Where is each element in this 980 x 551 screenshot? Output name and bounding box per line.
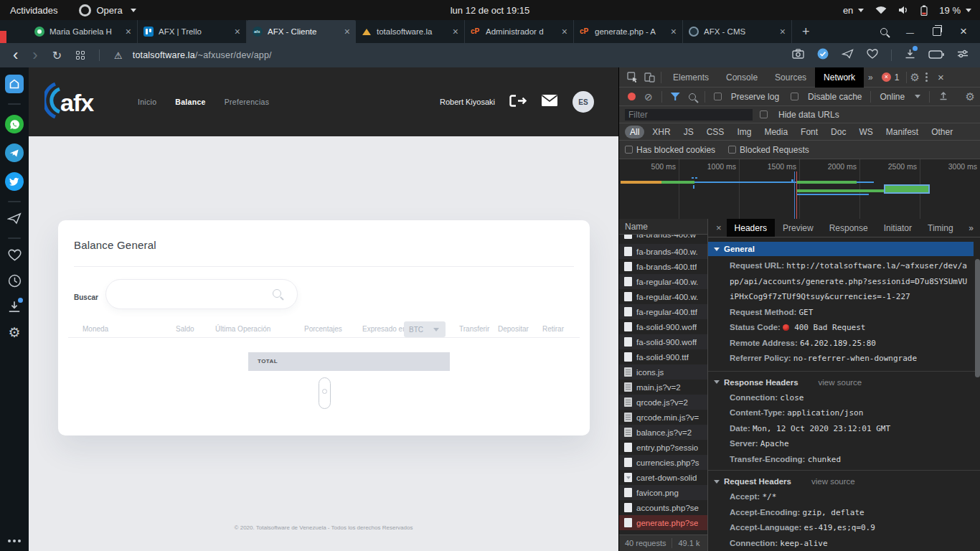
details-more-tabs-icon[interactable]: » [969,223,980,233]
network-search-icon[interactable] [689,93,696,100]
browser-tab[interactable]: totalsoftware.la [356,20,465,43]
tab-close-icon[interactable] [453,27,458,37]
type-filter-pill[interactable]: Media [759,126,793,138]
request-row[interactable]: qrcode.js?v=2 [619,395,707,410]
hide-data-urls-checkbox[interactable] [760,110,768,118]
has-blocked-cookies-checkbox[interactable] [625,146,633,154]
disable-cache-checkbox[interactable] [791,93,798,100]
volume-icon[interactable] [898,6,909,14]
devtools-tab[interactable]: Console [717,67,766,88]
request-row[interactable]: fa-regular-400.w. [619,274,707,289]
avatar[interactable]: ES [573,91,594,113]
type-filter-pill[interactable]: Other [926,126,958,138]
devtools-settings-icon[interactable]: ⚙ [910,72,919,83]
network-settings-icon[interactable]: ⚙ [966,91,975,102]
details-tab[interactable]: Initiator [876,219,920,237]
battery-percent[interactable]: 19 % [939,5,971,16]
battery-icon[interactable] [920,5,928,16]
nav-item[interactable]: Preferencias [225,98,270,106]
window-minimize-button[interactable] [906,25,914,38]
browser-tab[interactable]: AFX | Trello [138,20,247,43]
twitter-icon[interactable] [5,172,24,191]
my-flow-icon[interactable] [842,49,854,62]
type-filter-pill[interactable]: All [625,126,644,138]
snapshot-camera-icon[interactable] [792,49,804,62]
telegram-icon[interactable] [5,143,24,162]
more-tabs-icon[interactable]: » [864,72,877,83]
scrollbar-thumb[interactable] [975,259,980,377]
forward-button[interactable] [32,46,37,65]
request-row[interactable]: fa-solid-900.woff [619,334,707,349]
reload-button[interactable] [52,49,62,62]
logout-icon[interactable] [509,94,527,110]
type-filter-pill[interactable]: Manifest [881,126,923,138]
language-indicator[interactable]: en [843,5,864,16]
request-row[interactable]: main.js?v=2 [619,380,707,395]
search-input[interactable] [105,279,298,309]
request-row[interactable]: accounts.php?se [619,500,707,515]
request-row[interactable]: currencies.php?s [619,455,707,470]
request-headers-header[interactable]: Request Headers view source [708,474,980,489]
details-close-icon[interactable] [711,222,727,233]
preserve-log-checkbox[interactable] [714,93,722,100]
whatsapp-icon[interactable] [5,115,24,133]
filter-funnel-icon[interactable] [671,93,680,100]
tab-close-icon[interactable] [562,27,567,37]
my-flow-sidebar-icon[interactable] [7,212,22,227]
clear-icon[interactable]: ⊘ [644,91,653,103]
browser-tab[interactable]: Administrador d [465,20,574,43]
request-row[interactable]: fa-solid-900.ttf [619,349,707,364]
nav-item[interactable]: Inicio [138,98,156,106]
inspect-element-icon[interactable] [623,69,641,86]
request-row[interactable]: qrcode.min.js?v= [619,410,707,425]
details-tab[interactable]: Headers [727,219,775,237]
type-filter-pill[interactable]: Img [732,126,756,138]
bookmark-heart-icon[interactable] [867,49,878,62]
currency-select[interactable]: BTC [404,321,446,337]
clock[interactable]: lun 12 de oct 19:15 [0,5,980,16]
back-button[interactable] [13,46,18,65]
nav-item[interactable]: Balance [175,98,205,106]
general-section-header[interactable]: General [708,242,974,256]
request-row[interactable]: entry.php?sessio [619,440,707,455]
speed-dial-button[interactable] [5,75,24,93]
type-filter-pill[interactable]: XHR [647,126,675,138]
error-badge[interactable]: 1 [882,72,900,83]
tab-close-icon[interactable] [780,27,786,37]
devtools-tab[interactable]: Elements [664,67,717,88]
mail-icon[interactable] [541,94,558,110]
devtools-tab[interactable]: Sources [766,67,815,88]
site-security-icon[interactable] [114,49,123,62]
tab-close-icon[interactable] [344,27,350,37]
record-button[interactable] [628,93,636,100]
afx-logo[interactable]: afx [44,80,106,124]
request-row[interactable]: balance.js?v=2 [619,425,707,440]
tab-close-icon[interactable] [235,27,240,37]
wifi-icon[interactable] [875,6,887,14]
battery-saver-icon[interactable] [928,49,944,62]
history-clock-icon[interactable] [8,274,22,291]
tab-close-icon[interactable] [126,27,131,37]
request-row[interactable]: fa-regular-400.ttf [619,304,707,319]
app-menu-button[interactable]: Opera [79,4,136,17]
request-row[interactable]: favicon.png [619,485,707,500]
tab-close-icon[interactable] [671,27,677,37]
adblock-shield-icon[interactable] [817,48,829,62]
devtools-tab[interactable]: Network [815,67,864,88]
browser-tab[interactable]: Maria Gabriela H [29,20,138,43]
devtools-close-icon[interactable] [938,71,944,83]
response-headers-header[interactable]: Response Headers view source [708,375,980,390]
view-source-link[interactable]: view source [811,477,855,486]
browser-tab[interactable]: generate.php - A [574,20,683,43]
blocked-requests-checkbox[interactable] [728,146,736,154]
easy-setup-sliders-icon[interactable] [957,49,969,62]
request-row[interactable]: fa-brands-400.w [619,235,707,244]
throttling-select[interactable]: Online [880,92,920,102]
downloads-sidebar-icon[interactable] [8,301,21,316]
devtools-menu-icon[interactable] [925,76,928,78]
bookmarks-heart-icon[interactable] [8,249,22,264]
details-tab[interactable]: Preview [775,219,821,237]
request-row[interactable]: icons.js [619,364,707,380]
request-row[interactable]: generate.php?se [619,515,707,530]
window-close-button[interactable] [960,24,967,39]
